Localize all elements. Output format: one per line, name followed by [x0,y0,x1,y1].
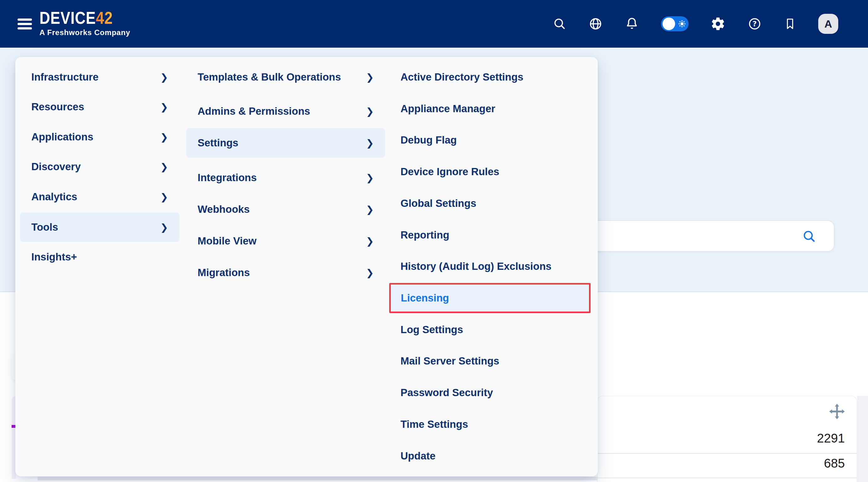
avatar-initial: A [825,18,832,30]
menu-item-password-security[interactable]: Password Security [389,378,591,407]
menu-item-insights-plus[interactable]: Insights+ [20,242,179,272]
avatar[interactable]: A [818,14,838,34]
menu-item-history-audit-log-exclusions[interactable]: History (Audit Log) Exclusions [389,252,591,281]
toggle-knob [662,18,675,30]
chevron-right-icon: ❯ [366,236,374,247]
mega-menu-panel: Infrastructure❯ Resources❯ Applications❯… [16,57,598,476]
menu-item-migrations[interactable]: Migrations❯ [186,258,385,287]
bookmark-icon[interactable] [784,18,796,30]
menu-item-settings[interactable]: Settings❯ [186,128,385,158]
settings-gear-icon[interactable] [711,16,725,31]
menu-item-tools[interactable]: Tools❯ [20,212,179,242]
menu-item-debug-flag[interactable]: Debug Flag [389,126,591,154]
menu-item-log-settings[interactable]: Log Settings [389,315,591,344]
menu-item-update[interactable]: Update [389,442,591,471]
chevron-right-icon: ❯ [366,106,374,117]
menu-item-reporting[interactable]: Reporting [389,221,591,250]
table-value: 685 [824,456,845,471]
globe-icon[interactable] [588,17,603,31]
search-icon[interactable] [553,17,566,31]
chevron-right-icon: ❯ [366,267,374,278]
chevron-right-icon: ❯ [160,192,168,202]
menu-item-analytics[interactable]: Analytics❯ [20,182,179,211]
notifications-bell-icon[interactable] [625,17,639,31]
theme-toggle[interactable] [661,16,689,31]
menu-item-appliance-manager[interactable]: Appliance Manager [389,94,591,123]
menu-item-licensing[interactable]: Licensing [389,283,591,313]
menu-item-discovery[interactable]: Discovery❯ [20,152,179,181]
chevron-right-icon: ❯ [366,138,374,148]
chevron-right-icon: ❯ [160,132,168,143]
chevron-right-icon: ❯ [366,204,374,215]
menu-item-time-settings[interactable]: Time Settings [389,410,591,439]
device42-app: 2291 685 DEVICE42 A Freshworks Company [0,0,868,482]
menu-item-templates-bulk-operations[interactable]: Templates & Bulk Operations❯ [186,62,385,92]
menu-item-mobile-view[interactable]: Mobile View❯ [186,226,385,256]
search-icon[interactable] [802,229,816,245]
chevron-right-icon: ❯ [160,102,168,113]
logo-tagline: A Freshworks Company [39,28,130,37]
top-navbar: DEVICE42 A Freshworks Company [0,0,868,48]
widget-card: 2291 685 [597,396,857,482]
row-divider [597,478,857,478]
chevron-right-icon: ❯ [160,72,168,83]
background-panel-edge [857,396,868,482]
menu-item-device-ignore-rules[interactable]: Device Ignore Rules [389,157,591,186]
menu-item-integrations[interactable]: Integrations❯ [186,163,385,192]
chevron-right-icon: ❯ [366,72,374,83]
row-divider [597,453,857,454]
logo-accent: 42 [96,8,113,28]
hamburger-menu-icon[interactable] [18,16,33,31]
chevron-right-icon: ❯ [366,172,374,183]
menu-item-webhooks[interactable]: Webhooks❯ [186,195,385,224]
menu-item-active-directory-settings[interactable]: Active Directory Settings [389,63,591,91]
background-table-edge [38,477,598,480]
menu-item-resources[interactable]: Resources❯ [20,92,179,122]
help-icon[interactable]: ? [747,17,762,31]
header-actions: ? A [553,0,838,48]
chevron-right-icon: ❯ [160,222,168,233]
menu-item-applications[interactable]: Applications❯ [20,122,179,152]
menu-item-global-settings[interactable]: Global Settings [389,189,591,218]
sun-icon [678,20,686,29]
menu-item-infrastructure[interactable]: Infrastructure❯ [20,62,179,92]
menu-item-mail-server-settings[interactable]: Mail Server Settings [389,347,591,375]
menu-item-admins-permissions[interactable]: Admins & Permissions❯ [186,96,385,126]
chevron-right-icon: ❯ [160,162,168,172]
device42-logo[interactable]: DEVICE42 A Freshworks Company [39,8,130,37]
svg-text:?: ? [752,20,756,28]
move-handle-icon[interactable] [829,403,845,421]
logo-text: DEVICE42 [39,8,116,28]
table-value: 2291 [817,431,845,445]
